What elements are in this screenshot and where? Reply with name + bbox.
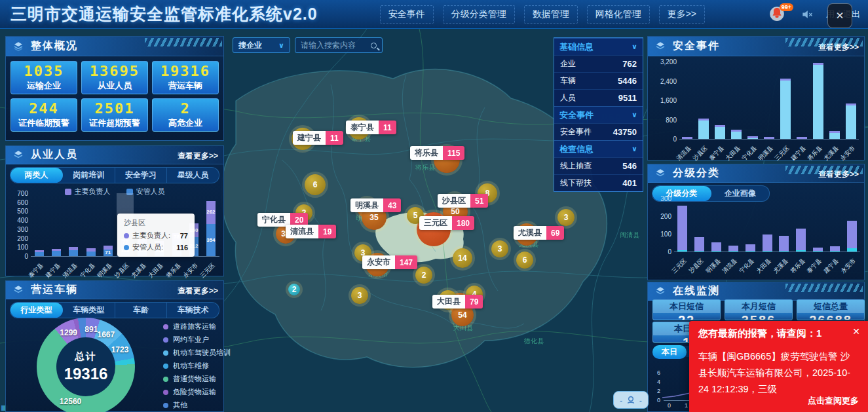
stat-tile[interactable]: 1035运输企业: [10, 61, 77, 94]
monitoring-tile[interactable]: 短信总量26688: [797, 299, 865, 320]
bar-三元区[interactable]: 354: [206, 224, 216, 256]
bar-建宁县[interactable]: [52, 249, 61, 252]
bar-尤溪县[interactable]: [779, 236, 789, 251]
bar-建宁县[interactable]: [830, 246, 840, 252]
county-badge[interactable]: 泰宁县11: [346, 121, 396, 134]
bar-建宁县[interactable]: [52, 251, 61, 256]
county-badge[interactable]: 尤溪县69: [514, 226, 564, 240]
stat-tile[interactable]: 244证件临期预警: [10, 98, 77, 132]
cluster-marker[interactable]: 3: [557, 209, 575, 226]
cluster-marker[interactable]: 3: [491, 240, 508, 257]
bar-明溪县[interactable]: 71: [104, 250, 113, 256]
legend-item[interactable]: 道路旅客运输: [163, 322, 231, 331]
cluster-marker[interactable]: 3: [351, 287, 368, 304]
legend-item[interactable]: 危险货物运输: [163, 387, 231, 397]
nav-item[interactable]: 数据管理: [524, 5, 578, 24]
bar-泰宁县[interactable]: [35, 252, 44, 256]
classification-chart[interactable]: 0100200300三元区沙县区明溪县清流县宁化县大田县尤溪县将乐县泰宁县建宁县…: [648, 164, 865, 281]
bar-清流县[interactable]: [69, 250, 78, 256]
cluster-marker[interactable]: 6: [305, 174, 326, 195]
mute-speaker-icon[interactable]: [800, 8, 814, 21]
nav-item[interactable]: 更多>>: [659, 5, 705, 24]
legend-item[interactable]: 机动车驾驶员培训: [163, 348, 231, 358]
county-badge[interactable]: 沙县区51: [438, 194, 488, 208]
bar-泰宁县[interactable]: [813, 251, 823, 252]
bar-沙县区[interactable]: [694, 251, 704, 252]
tab-1[interactable]: 车辆类型: [63, 303, 115, 318]
bar-清流县[interactable]: [728, 251, 738, 252]
info-section-header[interactable]: 基础信息∨: [554, 38, 643, 55]
alarm-button[interactable]: 99+: [768, 5, 788, 24]
legend-item[interactable]: 其他: [163, 400, 231, 410]
bar-宁化县[interactable]: [86, 252, 96, 256]
bar-尤溪县[interactable]: [779, 251, 789, 252]
cluster-marker[interactable]: 14: [453, 248, 472, 268]
stat-tile[interactable]: 13695从业人员: [81, 61, 148, 94]
info-section-header[interactable]: 安全事件∨: [554, 106, 643, 123]
bar-永安市[interactable]: [846, 105, 856, 139]
bar-三元区[interactable]: [780, 80, 791, 139]
bar-建宁县[interactable]: [830, 251, 840, 252]
bar-三元区[interactable]: [677, 250, 687, 252]
bar-泰宁县[interactable]: [35, 250, 44, 252]
county-badge[interactable]: 大田县79: [432, 295, 483, 309]
nav-item[interactable]: 网格化管理: [587, 5, 650, 24]
bar-大田县[interactable]: [731, 131, 742, 139]
bar-cap: [682, 137, 692, 139]
bar-三元区[interactable]: 262: [206, 201, 216, 225]
alarm-popup-more-link[interactable]: 点击查阅更多: [808, 395, 859, 407]
county-badge[interactable]: 将乐县115: [410, 146, 464, 160]
bar-宁化县[interactable]: [745, 251, 755, 252]
view-more-link[interactable]: 查看更多>>: [178, 286, 218, 297]
bar-三元区[interactable]: [677, 206, 687, 250]
map-panorama-control[interactable]: - -: [613, 391, 649, 409]
tab-2[interactable]: 车龄: [115, 303, 168, 318]
county-badge[interactable]: 明溪县43: [350, 198, 401, 212]
bar-大田县[interactable]: [763, 234, 772, 252]
bar-宁化县[interactable]: [86, 248, 96, 252]
search-type-dropdown[interactable]: 搜企业 ∨: [233, 37, 290, 53]
bar-沙县区[interactable]: [694, 237, 704, 251]
employees-chart[interactable]: 0100200300400500600700泰宁县建宁县清流县宁化县71明溪县1…: [6, 146, 225, 277]
tab-today[interactable]: 本日: [652, 345, 687, 359]
cluster-marker[interactable]: 2: [288, 284, 300, 295]
bar-尤溪县[interactable]: [829, 132, 840, 139]
bar-永安市[interactable]: [847, 221, 857, 248]
bar-将乐县[interactable]: [813, 64, 823, 139]
bar-清流县[interactable]: [69, 247, 78, 250]
bar-将乐县[interactable]: [796, 229, 806, 250]
monitoring-tile[interactable]: 本月短信3586: [725, 299, 793, 320]
county-badge[interactable]: 建宁县11: [293, 131, 343, 145]
search-input[interactable]: 请输入搜索内容: [295, 37, 383, 53]
cluster-marker[interactable]: 2: [415, 267, 432, 284]
bar-宁化县[interactable]: [745, 244, 755, 252]
stat-tile[interactable]: 2高危企业: [152, 98, 219, 132]
legend-item[interactable]: 网约车业户: [163, 335, 231, 345]
legend-item[interactable]: 普通货物运输: [163, 374, 231, 384]
bar-沙县区[interactable]: [698, 120, 709, 139]
bar-明溪县[interactable]: [711, 242, 721, 251]
tab-3[interactable]: 车辆技术: [167, 303, 219, 318]
cluster-marker[interactable]: 6: [516, 252, 533, 269]
bar-大田县[interactable]: [763, 251, 772, 252]
legend-item[interactable]: 机动车维修: [163, 361, 231, 371]
county-badge[interactable]: 永安市147: [362, 255, 417, 269]
stat-tile[interactable]: 2501证件超期预警: [81, 98, 148, 132]
bar-泰宁县[interactable]: [813, 248, 823, 252]
tab-0[interactable]: 行业类型: [10, 303, 63, 318]
bar-泰宁县[interactable]: [715, 126, 725, 139]
bar-明溪县[interactable]: [104, 246, 113, 250]
county-badge[interactable]: 清流县19: [286, 225, 336, 238]
nav-item[interactable]: 安全事件: [380, 5, 434, 24]
safety-chart[interactable]: 08001,6002,4003,200清流县沙县区泰宁县大田县宁化县明溪县三元区…: [648, 37, 865, 161]
nav-item[interactable]: 分级分类管理: [443, 5, 515, 24]
bar-清流县[interactable]: [728, 246, 738, 251]
county-badge[interactable]: 三元区180: [419, 216, 474, 230]
bar-永安市[interactable]: [847, 248, 857, 252]
monitoring-tile[interactable]: 本日短信22: [652, 299, 721, 320]
stat-tile[interactable]: 19316营运车辆: [152, 61, 219, 94]
info-section-header[interactable]: 检查信息∨: [554, 140, 643, 157]
close-icon[interactable]: ✕: [852, 326, 860, 337]
bar-将乐县[interactable]: [796, 250, 806, 252]
bar-明溪县[interactable]: [711, 251, 721, 252]
